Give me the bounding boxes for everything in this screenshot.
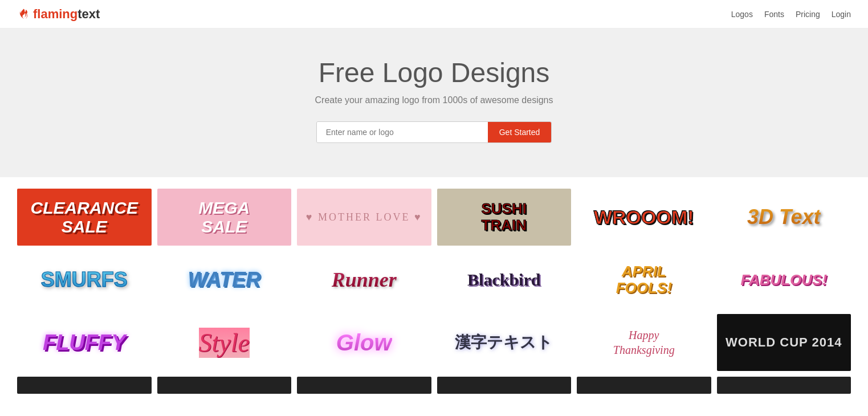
- nav-pricing[interactable]: Pricing: [796, 10, 820, 19]
- logo-text-water: WATER: [188, 268, 260, 292]
- nav-fonts[interactable]: Fonts: [764, 10, 784, 19]
- logo-item-water[interactable]: WATER: [157, 251, 292, 308]
- nav-login[interactable]: Login: [832, 10, 851, 19]
- logo-item-fabulous[interactable]: FABULOUS!: [717, 251, 851, 308]
- header: flamingtext Logos Fonts Pricing Login: [0, 0, 868, 28]
- logo-item-style[interactable]: Style: [157, 314, 292, 371]
- logo-item-sushi[interactable]: SUSHITRAIN: [437, 189, 572, 246]
- gallery-row-2: SMURFS WATER Runner Blackbird APRILFOOLS…: [17, 251, 851, 308]
- logo-item-thanksgiving[interactable]: HappyThanksgiving: [577, 314, 711, 371]
- gallery-row-1: CLEARANCESALE MEGASALE ♥ MOTHER LOVE ♥ S…: [17, 189, 851, 246]
- logo-text-mother: ♥ MOTHER LOVE ♥: [306, 211, 422, 223]
- logo-item-worldcup[interactable]: WORLD CUP 2014: [717, 314, 851, 371]
- logo-text-wrooom: WROOOM!: [594, 206, 694, 229]
- logo-gallery: CLEARANCESALE MEGASALE ♥ MOTHER LOVE ♥ S…: [0, 177, 868, 411]
- logo-item-mother[interactable]: ♥ MOTHER LOVE ♥: [297, 189, 431, 246]
- logo-text-runner: Runner: [332, 268, 397, 292]
- logo-item-clearance[interactable]: CLEARANCESALE: [17, 189, 152, 246]
- logo-item-dark-4[interactable]: [437, 377, 572, 394]
- logo-item-dark-6[interactable]: [717, 377, 851, 394]
- logo-text-sushi: SUSHITRAIN: [482, 201, 527, 233]
- logo-text-glow: Glow: [336, 330, 392, 356]
- logo-item-mega[interactable]: MEGASALE: [157, 189, 292, 246]
- logo-text-april: APRILFOOLS!: [616, 263, 672, 296]
- nav-logos[interactable]: Logos: [731, 10, 753, 19]
- main-nav: Logos Fonts Pricing Login: [731, 10, 851, 19]
- logo-item-wrooom[interactable]: WROOOM!: [577, 189, 711, 246]
- logo-text-fabulous: FABULOUS!: [740, 271, 827, 289]
- logo-item-blackbird[interactable]: Blackbird: [437, 251, 572, 308]
- logo-item-dark-3[interactable]: [297, 377, 431, 394]
- search-bar: Get Started: [316, 121, 552, 143]
- logo-item-fluffy[interactable]: FLUFFY: [17, 314, 152, 371]
- logo-text-mega: MEGASALE: [198, 198, 250, 236]
- logo-item-smurfs[interactable]: SMURFS: [17, 251, 152, 308]
- logo-text-worldcup: WORLD CUP 2014: [726, 335, 842, 350]
- logo-item-dark-5[interactable]: [577, 377, 711, 394]
- logo-text-smurfs: SMURFS: [41, 268, 128, 292]
- logo-text-style: Style: [199, 328, 250, 358]
- logo-item-runner[interactable]: Runner: [297, 251, 431, 308]
- get-started-button[interactable]: Get Started: [488, 122, 552, 142]
- hero-section: Free Logo Designs Create your amazing lo…: [0, 28, 868, 177]
- logo-item-dark-2[interactable]: [157, 377, 292, 394]
- logo-item-glow[interactable]: Glow: [297, 314, 431, 371]
- search-input[interactable]: [317, 122, 488, 142]
- brand-logo[interactable]: flamingtext: [17, 7, 100, 22]
- logo-item-dark-1[interactable]: [17, 377, 152, 394]
- logo-text-clearance: CLEARANCESALE: [31, 198, 138, 236]
- logo-item-kanji[interactable]: 漢字テキスト: [437, 314, 572, 371]
- brand-name: flamingtext: [33, 7, 100, 22]
- logo-text-thanksgiving: HappyThanksgiving: [613, 328, 675, 357]
- logo-text-blackbird: Blackbird: [467, 270, 540, 289]
- flame-icon: [17, 8, 30, 21]
- logo-text-fluffy: FLUFFY: [43, 331, 126, 355]
- hero-subtitle: Create your amazing logo from 1000s of a…: [11, 95, 857, 105]
- gallery-row-3: FLUFFY Style Glow 漢字テキスト HappyThanksgivi…: [17, 314, 851, 371]
- logo-item-3dtext[interactable]: 3D Text: [717, 189, 851, 246]
- logo-text-3dtext: 3D Text: [747, 205, 821, 229]
- gallery-row-4: [17, 377, 851, 394]
- logo-text-kanji: 漢字テキスト: [455, 332, 553, 353]
- logo-item-april[interactable]: APRILFOOLS!: [577, 251, 711, 308]
- hero-title: Free Logo Designs: [11, 57, 857, 88]
